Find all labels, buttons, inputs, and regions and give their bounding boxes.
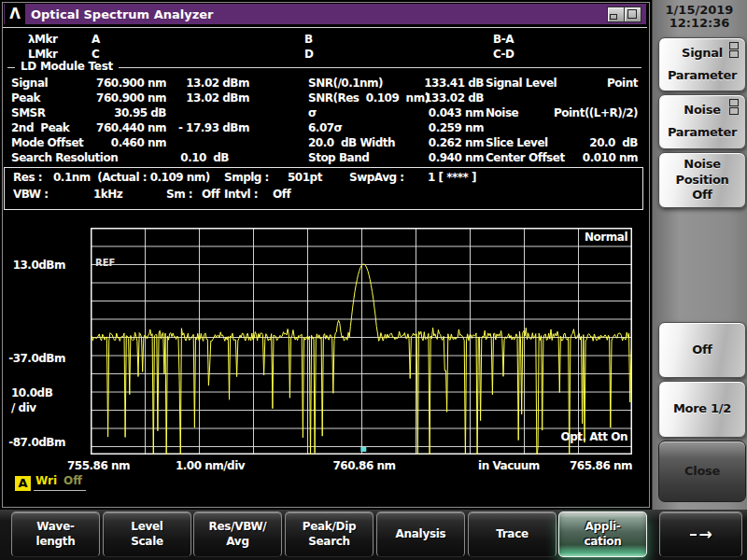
marker-d: D: [304, 48, 313, 61]
menu-peak-dip-search[interactable]: Peak/Dip Search: [285, 511, 374, 557]
trace-status: Wri Off: [34, 474, 86, 491]
softkey-line: Position: [675, 174, 728, 188]
marker-c-d: C-D: [493, 48, 514, 61]
marker-b: B: [304, 33, 313, 46]
x-axis-center-label: 760.86 nm: [308, 459, 420, 472]
menu-line: Trace: [496, 528, 529, 540]
menu-line: →: [699, 526, 712, 542]
sweep-marker: [360, 447, 366, 452]
peak-level: 13.02 dBm: [173, 91, 249, 105]
arrow-dash: [690, 534, 697, 536]
peak-label: Peak: [11, 91, 40, 105]
second-peak-level: - 17.93 dBm: [173, 121, 249, 134]
smplg-label: Smplg :: [224, 171, 269, 184]
softkey-line: Parameter: [668, 126, 737, 140]
snr-01nm-value: 133.41 dB: [374, 77, 484, 90]
menu-wavelength[interactable]: Wave- length: [11, 511, 100, 557]
menu-more-arrow[interactable]: →: [659, 511, 742, 557]
datetime-display: 1/15/2019 12:12:36: [654, 4, 745, 30]
stop-band-label: Stop Band: [308, 151, 369, 164]
x-axis-div-label: 1.00 nm/div: [154, 459, 266, 472]
six-sigma-label: 6.07σ: [308, 121, 342, 134]
signal-label: Signal: [11, 77, 48, 90]
softkey-line: Parameter: [668, 69, 737, 83]
app-logo-icon: Λ: [5, 4, 25, 24]
menu-line: Scale: [131, 536, 163, 548]
wavelength-marker-label: λMkr: [28, 33, 57, 46]
softkey-line: Off: [692, 189, 712, 203]
maximize-icon: [627, 9, 637, 19]
dialog-icon: [729, 42, 739, 58]
osa-screen: Λ Optical Spectrum Analyzer λMkr A B B-A…: [0, 0, 747, 560]
softkey-close[interactable]: Close: [658, 441, 746, 502]
titlebar-divider: [3, 27, 647, 28]
y-axis-mid-label: -37.0dBm: [7, 352, 65, 365]
search-resolution-label: Search Resolution: [11, 151, 118, 164]
signal-level-mode-value: Point: [504, 77, 638, 90]
menu-res-vbw-avg[interactable]: Res/VBW/ Avg: [193, 511, 282, 557]
smplg-value: 501pt: [288, 171, 322, 184]
softkey-line: Noise: [684, 158, 720, 172]
y-axis-bottom-label: -87.0dBm: [7, 436, 65, 449]
softkey-line: Off: [692, 343, 712, 357]
softkey-more[interactable]: More 1/2: [658, 381, 746, 438]
interval-value: Off: [273, 188, 290, 201]
y-axis-scale-label: 10.0dB: [11, 386, 52, 399]
softkey-line: Noise: [684, 104, 720, 118]
y-axis-ref-label: 13.0dBm: [7, 259, 65, 272]
plot-grid: [91, 228, 632, 455]
time-display: 12:12:36: [654, 17, 745, 30]
trace-mode-label: Normal: [523, 231, 627, 244]
second-peak-wavelength: 760.440 nm: [56, 121, 166, 134]
mode-offset-value: 0.460 nm: [56, 136, 166, 149]
marker-c: C: [92, 48, 99, 61]
x-axis-stop-label: 765.86 nm: [537, 459, 632, 472]
swpavg-label: SwpAvg :: [349, 171, 404, 184]
menu-line: Res/VBW/: [209, 521, 267, 533]
menu-analysis[interactable]: Analysis: [376, 511, 465, 557]
minimize-icon: [610, 14, 617, 20]
date-display: 1/15/2019: [654, 4, 745, 17]
menu-line: Search: [308, 536, 350, 548]
signal-level: 13.02 dBm: [173, 77, 249, 90]
trace-write-mode: Wri: [35, 474, 57, 490]
menu-application[interactable]: Appli- cation: [558, 511, 647, 557]
sigma-value: 0.043 nm: [374, 106, 484, 119]
slice-level-value: 20.0 dB: [504, 136, 638, 149]
minimize-button[interactable]: [607, 7, 625, 22]
signal-wavelength: 760.900 nm: [56, 77, 166, 90]
menu-line: Analysis: [396, 528, 446, 540]
trace-state: Off: [63, 474, 82, 490]
menu-line: Appli-: [585, 521, 621, 533]
res-label: Res :: [13, 171, 42, 184]
smsr-value: 30.95 dB: [56, 106, 166, 119]
trace-a-badge: A: [15, 476, 31, 491]
menu-line: Level: [131, 521, 162, 533]
menu-level-scale[interactable]: Level Scale: [103, 511, 191, 557]
smoothing-value: Off: [202, 188, 219, 201]
arrow-icon: →: [690, 526, 712, 542]
spectrum-plot: [91, 228, 632, 455]
res-value: 0.1nm (Actual : 0.109 nm): [53, 171, 210, 184]
softkey-line: Close: [684, 465, 720, 479]
six-sigma-value: 0.259 nm: [374, 121, 484, 134]
ref-line-label: REF: [95, 258, 115, 268]
vbw-label: VBW :: [13, 188, 49, 201]
softkey-noise-position[interactable]: Noise Position Off: [658, 152, 746, 208]
sigma-label: σ: [308, 106, 317, 119]
swpavg-value: 1 [ **** ]: [428, 171, 476, 184]
menu-line: Avg: [226, 536, 248, 548]
maximize-button[interactable]: [624, 7, 641, 22]
center-offset-value: 0.010 nm: [504, 151, 638, 164]
softkey-signal-parameter[interactable]: Signal Parameter: [658, 37, 746, 91]
menu-line: cation: [584, 536, 621, 548]
softkey-off[interactable]: Off: [658, 322, 746, 378]
menu-trace[interactable]: Trace: [468, 511, 557, 557]
section-title: LD Module Test: [15, 60, 119, 73]
menu-line: length: [36, 536, 76, 548]
softkey-noise-parameter[interactable]: Noise Parameter: [658, 94, 746, 149]
db-width-value: 0.262 nm: [374, 136, 484, 149]
search-resolution-value: 0.10 dB: [140, 151, 229, 164]
menu-line: Peak/Dip: [303, 521, 357, 533]
x-axis-start-label: 755.86 nm: [67, 459, 130, 472]
